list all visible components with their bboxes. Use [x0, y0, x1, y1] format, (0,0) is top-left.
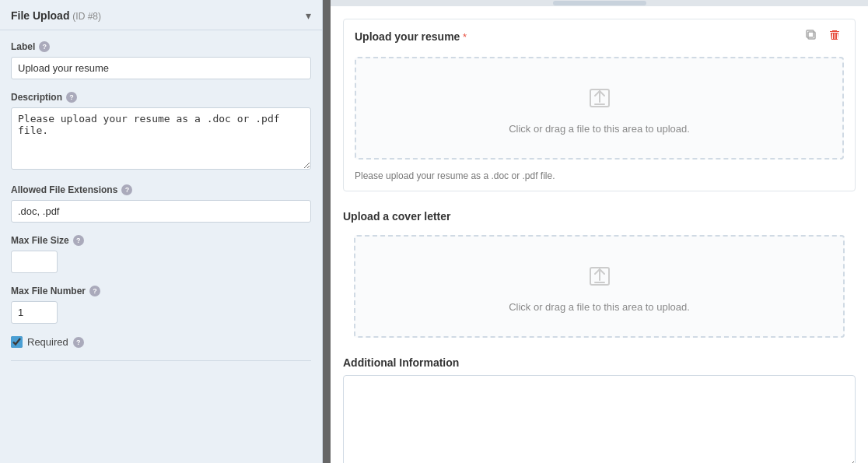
panel-id: (ID #8)	[72, 11, 101, 22]
scroll-divider	[323, 0, 331, 463]
upload-cover-inbox-icon	[584, 260, 615, 293]
allowed-extensions-help-icon[interactable]: ?	[121, 184, 132, 195]
left-panel: File Upload (ID #8) ▾ Label ? Descriptio…	[0, 0, 323, 463]
additional-information-textarea[interactable]	[343, 375, 856, 463]
upload-resume-title: Upload your resume	[355, 30, 460, 43]
max-file-number-input[interactable]	[11, 301, 58, 324]
upload-cover-letter-area[interactable]: Click or drag a file to this area to upl…	[354, 235, 845, 338]
description-label-text: Description	[11, 92, 62, 103]
label-field-label: Label ?	[11, 41, 311, 52]
required-help-icon[interactable]: ?	[73, 337, 84, 348]
upload-resume-text: Click or drag a file to this area to upl…	[509, 123, 690, 135]
additional-information-section: Additional Information	[343, 353, 856, 463]
upload-resume-actions	[802, 27, 844, 46]
label-input[interactable]	[11, 57, 311, 79]
panel-title: File Upload (ID #8)	[11, 9, 101, 22]
upload-resume-description: Please upload your resume as a .doc or .…	[344, 166, 855, 191]
required-checkbox[interactable]	[11, 336, 23, 348]
max-file-size-input[interactable]	[11, 251, 58, 273]
description-textarea[interactable]: Please upload your resume as a .doc or .…	[11, 107, 311, 170]
panel-body: Label ? Description ? Please upload your…	[0, 30, 322, 463]
upload-resume-header: Upload your resume *	[344, 19, 855, 51]
right-panel: Upload your resume *	[331, 0, 868, 463]
max-file-size-field-group: Max File Size ?	[11, 235, 311, 273]
description-help-icon[interactable]: ?	[66, 92, 77, 103]
upload-cover-letter-section: Upload a cover letter Click or drag a fi…	[343, 207, 856, 338]
max-file-size-label: Max File Size ?	[11, 235, 311, 246]
upload-resume-card: Upload your resume *	[343, 19, 856, 191]
required-checkbox-row: Required ?	[11, 336, 311, 348]
chevron-down-icon[interactable]: ▾	[306, 9, 311, 22]
delete-button[interactable]	[825, 27, 844, 46]
upload-cover-letter-title: Upload a cover letter	[343, 207, 856, 229]
top-bar	[331, 0, 868, 6]
max-file-number-label-text: Max File Number	[11, 286, 86, 296]
upload-cover-letter-text: Click or drag a file to this area to upl…	[509, 301, 690, 313]
allowed-extensions-label-text: Allowed File Extensions	[11, 184, 117, 195]
upload-inbox-icon	[584, 82, 615, 115]
label-field-group: Label ?	[11, 41, 311, 79]
panel-divider	[11, 360, 311, 361]
max-file-size-help-icon[interactable]: ?	[73, 235, 84, 246]
description-field-group: Description ? Please upload your resume …	[11, 92, 311, 172]
copy-button[interactable]	[802, 27, 821, 46]
panel-header: File Upload (ID #8) ▾	[0, 0, 322, 30]
label-help-icon[interactable]: ?	[39, 41, 50, 52]
additional-information-title: Additional Information	[343, 353, 856, 375]
max-file-number-field-group: Max File Number ?	[11, 286, 311, 324]
allowed-extensions-input[interactable]	[11, 200, 311, 223]
allowed-extensions-label: Allowed File Extensions ?	[11, 184, 311, 195]
panel-title-text: File Upload	[11, 9, 69, 22]
upload-resume-area[interactable]: Click or drag a file to this area to upl…	[355, 57, 844, 160]
top-rounded-bar	[553, 1, 646, 5]
allowed-extensions-field-group: Allowed File Extensions ?	[11, 184, 311, 223]
max-file-number-help-icon[interactable]: ?	[89, 286, 100, 296]
max-file-size-label-text: Max File Size	[11, 235, 69, 246]
upload-resume-title-area: Upload your resume *	[355, 30, 467, 43]
description-field-label: Description ?	[11, 92, 311, 103]
required-label: Required	[27, 336, 68, 348]
label-text: Label	[11, 41, 35, 52]
max-file-number-label: Max File Number ?	[11, 286, 311, 296]
required-star: *	[463, 31, 467, 43]
required-field-group: Required ?	[11, 336, 311, 348]
